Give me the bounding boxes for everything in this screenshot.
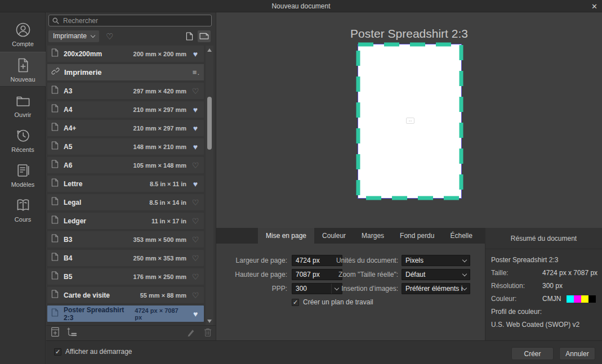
page-icon — [51, 308, 59, 319]
sidebar-item-nouveau[interactable]: Nouveau — [0, 52, 46, 87]
category-name: Imprimerie — [64, 68, 101, 77]
preset-row[interactable]: A3297 mm × 420 mm♡ — [47, 83, 204, 99]
show-at-startup-checkbox[interactable] — [54, 348, 61, 356]
favorite-icon[interactable]: ♥ — [191, 310, 200, 318]
tab-couleur[interactable]: Couleur — [314, 228, 354, 244]
folder-icon — [14, 92, 32, 110]
preset-type-value: Imprimante — [53, 32, 87, 40]
filter-row: Imprimante ♡ — [48, 30, 214, 42]
units-dropdown[interactable]: Pixels — [402, 255, 470, 266]
preset-type-dropdown[interactable]: Imprimante — [48, 30, 99, 42]
sidebar-item-ouvrir[interactable]: Ouvrir — [0, 88, 46, 122]
add-preset-icon[interactable] — [66, 327, 77, 339]
templates-icon — [14, 161, 32, 179]
sidebar-item-label: Modèles — [11, 181, 35, 188]
create-button[interactable]: Créer — [511, 347, 554, 360]
preset-row[interactable]: Carte de visite55 mm × 88 mm♡ — [47, 287, 204, 303]
preset-name: Lettre — [64, 180, 82, 188]
tab-fond-perdu[interactable]: Fond perdu — [392, 228, 442, 244]
tab-mise-en-page[interactable]: Mise en page — [258, 228, 314, 244]
orientation-toggles — [183, 30, 211, 42]
favorite-icon[interactable]: ♡ — [191, 161, 200, 169]
book-icon — [14, 196, 32, 214]
preset-name: A4 — [64, 106, 72, 114]
favorite-icon[interactable]: ♥ — [191, 106, 200, 114]
image-placement-dropdown[interactable]: Préférer éléments int — [402, 283, 470, 294]
preset-row[interactable]: B3353 mm × 500 mm♡ — [47, 231, 204, 248]
favorite-icon[interactable]: ♡ — [191, 199, 200, 206]
import-preset-icon[interactable] — [51, 327, 60, 339]
actual-zoom-dropdown[interactable]: Défaut — [402, 269, 470, 280]
page-height-label: Hauteur de page: — [222, 271, 287, 278]
search-input[interactable] — [62, 16, 208, 25]
page-icon — [51, 271, 59, 282]
menu-icon[interactable]: ≡. — [193, 68, 200, 77]
preview-area: Poster Spreadshirt 2:3 — [216, 12, 602, 228]
scroll-up-icon[interactable] — [207, 48, 212, 52]
favorite-icon[interactable]: ♡ — [191, 254, 200, 262]
scrollbar-thumb[interactable] — [207, 97, 212, 150]
preview-title: Poster Spreadshirt 2:3 — [216, 27, 602, 41]
favorite-icon[interactable]: ♡ — [191, 291, 200, 299]
page-icon — [51, 104, 59, 115]
landscape-page-icon[interactable] — [198, 30, 211, 42]
favorite-icon[interactable]: ♡ — [191, 217, 200, 225]
favorite-icon[interactable]: ♡ — [191, 273, 200, 281]
sidebar-item-mod-les[interactable]: Modèles — [0, 158, 46, 191]
preset-size: 250 mm × 353 mm — [133, 255, 186, 262]
preset-row[interactable]: Poster Spreadshirt 2:34724 px × 7087 px♥ — [47, 305, 204, 322]
edit-pen-icon[interactable] — [186, 327, 196, 339]
sidebar: CompteNouveauOuvrirRécentsModèlesCours — [0, 12, 46, 364]
color-profile-value: U.S. Web Coated (SWOP) v2 — [491, 321, 579, 329]
artboard-checkbox[interactable] — [292, 299, 299, 306]
preset-row[interactable]: Legal8.5 in × 14 in♡ — [47, 194, 204, 210]
preset-row[interactable]: A4210 mm × 297 mm♥ — [47, 101, 204, 118]
sidebar-item-label: Cours — [15, 216, 31, 223]
scrollbar[interactable] — [206, 46, 213, 326]
search-icon — [52, 17, 59, 24]
page-icon — [51, 234, 59, 245]
scroll-down-icon[interactable] — [207, 320, 212, 323]
preset-size: 297 mm × 420 mm — [133, 88, 186, 95]
preset-row[interactable]: Lettre8.5 in × 11 in♥ — [47, 176, 204, 192]
sidebar-item-label: Nouveau — [10, 76, 35, 83]
preset-row[interactable]: B5176 mm × 250 mm♡ — [47, 268, 204, 285]
artboard-checkbox-label: Créer un plan de travail — [303, 298, 373, 306]
resolution-value: 300 px — [542, 282, 563, 290]
delete-trash-icon[interactable] — [204, 327, 212, 339]
preset-category-row[interactable]: Imprimerie≡. — [47, 64, 204, 80]
preset-row[interactable]: A4+210 mm × 297 mm♥ — [47, 120, 204, 136]
search-box[interactable] — [48, 15, 212, 26]
favorite-icon[interactable]: ♥ — [191, 50, 200, 58]
favorite-icon[interactable]: ♥ — [191, 180, 200, 188]
settings-form: Largeur de page: Hauteur de page: PPP: 3… — [216, 244, 485, 340]
favorite-icon[interactable]: ♥ — [191, 124, 200, 132]
favorite-icon[interactable]: ♥ — [191, 143, 200, 151]
tab--chelle[interactable]: Échelle — [442, 228, 480, 244]
sidebar-item-label: Ouvrir — [15, 111, 32, 118]
preset-row[interactable]: A6105 mm × 148 mm♡ — [47, 157, 204, 173]
favorites-filter-icon[interactable]: ♡ — [106, 32, 113, 41]
preset-row[interactable]: 200x200mm200 mm × 200 mm♥ — [47, 46, 204, 62]
resolution-label: Résolution: — [491, 282, 542, 290]
preset-size: 210 mm × 297 mm — [133, 106, 186, 113]
page-preview — [358, 44, 461, 198]
preset-row[interactable]: Ledger11 in × 17 in♡ — [47, 213, 204, 229]
page-icon — [51, 197, 59, 208]
favorite-icon[interactable]: ♡ — [191, 236, 200, 244]
sidebar-item-r-cents[interactable]: Récents — [0, 123, 46, 156]
show-at-startup-label: Afficher au démarrage — [65, 348, 132, 356]
preset-row[interactable]: B4250 mm × 353 mm♡ — [47, 250, 204, 266]
close-icon[interactable]: ✕ — [591, 0, 597, 12]
units-label: Unités du document: — [318, 257, 398, 264]
person-icon — [14, 21, 32, 39]
tab-marges[interactable]: Marges — [354, 228, 392, 244]
portrait-page-icon[interactable] — [183, 30, 196, 42]
preset-toolbar — [46, 325, 216, 340]
sidebar-item-cours[interactable]: Cours — [0, 192, 46, 226]
preset-row[interactable]: A5148 mm × 210 mm♥ — [47, 138, 204, 155]
cancel-button[interactable]: Annuler — [559, 347, 595, 360]
units-value: Pixels — [402, 257, 463, 264]
sidebar-item-compte[interactable]: Compte — [0, 17, 46, 51]
favorite-icon[interactable]: ♡ — [191, 87, 200, 95]
